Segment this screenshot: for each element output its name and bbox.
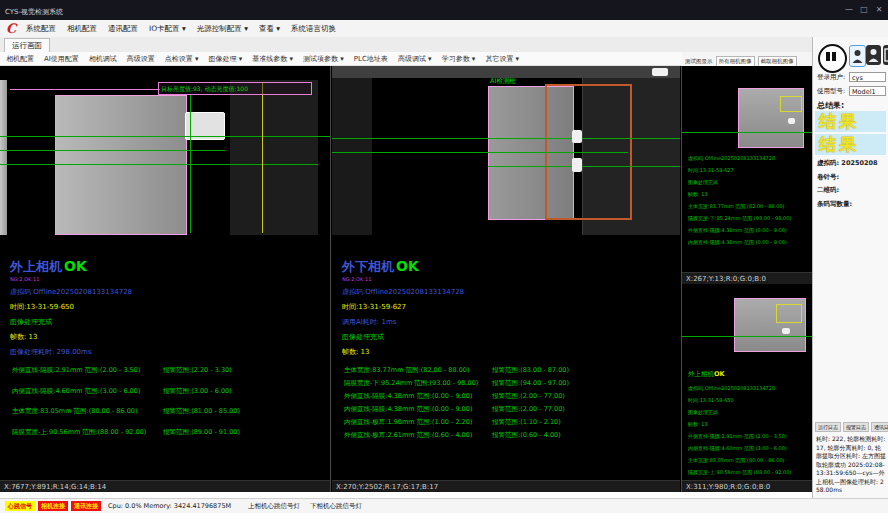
right-panel: 登录用户: cys 使用型号: Model1 总结果: 结果 结果 虚拟码: 2… bbox=[812, 37, 888, 498]
measure-line-green bbox=[332, 152, 628, 153]
close-button[interactable]: ✕ bbox=[872, 5, 886, 14]
alarm-range: 报警范围:(0.60 - 4.00) bbox=[492, 431, 561, 440]
minimize-button[interactable]: — bbox=[842, 5, 856, 14]
done-line: 图像处理完成 bbox=[342, 332, 676, 342]
frames-line: 帧数: 13 bbox=[10, 332, 327, 342]
mini-camera-title: 外上相机OK bbox=[688, 370, 725, 379]
bright-spot bbox=[572, 158, 582, 172]
frames-line: 帧数: 13 bbox=[342, 347, 676, 357]
camera-image-left[interactable]: 目标亮度值:93, 动态亮度值:100 bbox=[0, 80, 330, 235]
menu-item[interactable]: 系统配置 bbox=[26, 24, 56, 34]
tab-run-screen[interactable]: 运行画面 bbox=[4, 38, 50, 52]
mini-log-line: 外侧直线-隔膜:2.91mm 范围:(2.00 - 3.50) bbox=[688, 430, 791, 442]
toolbar-item[interactable]: 学习参数 ▾ bbox=[442, 54, 476, 64]
pixel-coords-middle: X:270;Y:2502;R:17;G:17;B:17 bbox=[332, 480, 680, 492]
toolbar-item[interactable]: 图像处理 ▾ bbox=[209, 54, 243, 64]
mini-log-line: 帧数: 13 bbox=[688, 188, 791, 200]
ai-roi-label: AI检测框 bbox=[490, 77, 516, 86]
alarm-range: 报警范围:(81.00 - 85.00) bbox=[163, 407, 240, 416]
camera-image-middle[interactable]: AI检测框 bbox=[332, 66, 680, 235]
maximize-button[interactable]: □ bbox=[857, 5, 871, 14]
mini-log-line: 内侧直线-隔膜:4.60mm 范围:(3.00 - 6.00) bbox=[688, 442, 791, 454]
lower-camera-heartbeat: 下相机心跳信号灯 bbox=[310, 502, 362, 511]
mini-log-line: 隔膜宽度-下:95.24mm 范围:(93.00 - 98.00) bbox=[688, 212, 791, 224]
pause-button[interactable] bbox=[818, 44, 847, 73]
total-result-label: 总结果: bbox=[817, 100, 844, 111]
measurement-row: 隔膜宽度-下:95.24mm 范围:(93.00 - 98.00) 报警范围:(… bbox=[342, 379, 676, 392]
mini-log-line: 主体宽度:83.77mm 范围:(82.00 - 88.00) bbox=[688, 200, 791, 212]
camera-name: 外上相机 bbox=[688, 370, 714, 378]
menu-item[interactable]: 通讯配置 bbox=[108, 24, 138, 34]
log-tab[interactable]: 通讯日志 bbox=[871, 422, 888, 432]
alarm-range: 报警范围:(3.00 - 6.00) bbox=[163, 387, 232, 396]
barcode-line: 虚拟码:Offline20250208133134728 bbox=[342, 287, 676, 297]
ng-ok-counter: NG:2,OK:11 bbox=[342, 276, 676, 282]
toolbar-item[interactable]: 相机调试 bbox=[89, 54, 117, 64]
camera-overlay-middle: 外下相机OK NG:2,OK:11 虚拟码:Offline20250208133… bbox=[342, 258, 676, 444]
machine-edge-strip bbox=[0, 80, 7, 235]
toolbar-item[interactable]: PLC地址表 bbox=[354, 54, 388, 64]
measurement-list: 主体宽度:83.77mm 范围:(82.00 - 88.00) 报警范围:(83… bbox=[342, 366, 676, 444]
menu-item[interactable]: 光源控制配置 ▾ bbox=[197, 24, 248, 34]
measure-vline-green bbox=[190, 95, 191, 233]
menu-item[interactable]: 系统语言切换 bbox=[291, 24, 336, 34]
toolbar-item[interactable]: AI使用配置 bbox=[44, 54, 79, 64]
measurement-row: 外侧直线-隔膜:2.91mm 范围:(2.00 - 3.50) 报警范围:(2.… bbox=[10, 366, 327, 387]
status-ok: OK bbox=[714, 370, 725, 378]
menu-bar: C 系统配置相机配置通讯配置IO卡配置 ▾光源控制配置 ▾查看 ▾系统语言切换 bbox=[0, 20, 888, 38]
status-ok: OK bbox=[396, 258, 419, 274]
log-tab[interactable]: 报警日志 bbox=[843, 422, 869, 432]
mini-log-line: 虚拟码:Offline20250208133134728 bbox=[688, 382, 791, 394]
cpu-memory-text: Cpu: 0.0% Memory: 3424.41796875M bbox=[108, 502, 231, 510]
mini-log-line: 图像处理完成 bbox=[688, 176, 791, 188]
brightness-label: 目标亮度值:93, 动态亮度值:100 bbox=[158, 82, 312, 95]
pixel-coords-left: X:7677;Y:891;R:14;G:14;B:14 bbox=[0, 480, 330, 492]
mini-log-line: 时间:13-31-59-650 bbox=[688, 394, 791, 406]
ai-time-line: 调用AI耗时: 1ms bbox=[342, 317, 676, 327]
panel-splitter[interactable] bbox=[330, 66, 331, 492]
camera-view-middle[interactable]: AI检测框 外下相机OK NG:2,OK:11 虚拟码:Offline20250… bbox=[332, 66, 680, 492]
login-user-value[interactable]: cys bbox=[849, 72, 886, 82]
toolbar-item[interactable]: 测试项参数 ▾ bbox=[303, 54, 344, 64]
exit-button[interactable] bbox=[883, 45, 888, 65]
toolbar-item[interactable]: 点检设置 ▾ bbox=[165, 54, 199, 64]
barcode-line: 虚拟码:Offline20250208133134728 bbox=[10, 287, 327, 297]
menu-item[interactable]: 相机配置 bbox=[67, 24, 97, 34]
app-window: CYS-视觉检测系统 — □ ✕ C 系统配置相机配置通讯配置IO卡配置 ▾光源… bbox=[0, 0, 888, 522]
mini-log-line: 主体宽度:83.05mm 范围:(80.00 - 86.00) bbox=[688, 454, 791, 466]
mini-log-line: 虚拟码:Offline20250208133134728 bbox=[688, 152, 791, 164]
alarm-range: 报警范围:(2.00 - 77.00) bbox=[492, 392, 565, 401]
toolbar-item[interactable]: 基准线参数 ▾ bbox=[252, 54, 293, 64]
main-area: 目标亮度值:93, 动态亮度值:100 外上相机OK NG:2,OK:11 虚拟… bbox=[0, 66, 812, 492]
toolbar-item[interactable]: 高级调试 ▾ bbox=[398, 54, 432, 64]
done-line: 图像处理完成 bbox=[10, 317, 327, 327]
model-value[interactable]: Model1 bbox=[849, 86, 886, 96]
alarm-range: 报警范围:(2.20 - 3.30) bbox=[163, 366, 232, 375]
mini-log-lines: 虚拟码:Offline20250208133134728时间:13-31-59-… bbox=[688, 382, 791, 478]
user-manage-button[interactable] bbox=[866, 45, 881, 65]
bright-spot bbox=[572, 130, 582, 143]
model-label: 使用型号: bbox=[817, 87, 845, 96]
mini-log-line: 帧数: 13 bbox=[688, 418, 791, 430]
toolbar-item[interactable]: 相机配置 bbox=[6, 54, 34, 64]
result-display-2: 结果 bbox=[815, 134, 886, 155]
measurement-list: 外侧直线-隔膜:2.91mm 范围:(2.00 - 3.50) 报警范围:(2.… bbox=[10, 366, 327, 448]
measurement-value: 外侧直线-极耳:2.61mm 范围:(0.60 - 4.00) bbox=[344, 431, 472, 440]
measurement-value: 隔膜宽度-下:95.24mm 范围:(93.00 - 98.00) bbox=[344, 379, 478, 388]
camera-title: 外下相机OK bbox=[342, 258, 676, 276]
login-user-button[interactable] bbox=[849, 45, 866, 67]
spindle-label: 卷针号: bbox=[817, 173, 839, 182]
small-view-top[interactable]: 虚拟码:Offline20250208133134728时间:13-31-59-… bbox=[682, 72, 812, 284]
log-tab[interactable]: 运行日志 bbox=[815, 422, 841, 432]
measurement-value: 主体宽度:83.77mm 范围:(82.00 - 88.00) bbox=[344, 366, 469, 375]
bright-spot bbox=[782, 328, 790, 334]
small-view-bottom[interactable]: 外上相机OK 虚拟码:Offline20250208133134728时间:13… bbox=[682, 278, 812, 492]
toolbar-item[interactable]: 其它设置 ▾ bbox=[485, 54, 519, 64]
menu-item[interactable]: IO卡配置 ▾ bbox=[149, 24, 186, 34]
toolbar-item[interactable]: 高级设置 bbox=[127, 54, 155, 64]
heartbeat-badge: 心跳信号 bbox=[5, 501, 35, 511]
measurement-value: 隔膜宽度-上:90.56mm 范围:(88.00 - 92.00) bbox=[12, 428, 146, 437]
menu-item[interactable]: 查看 ▾ bbox=[259, 24, 280, 34]
user-icon bbox=[866, 45, 881, 65]
camera-view-left[interactable]: 目标亮度值:93, 动态亮度值:100 外上相机OK NG:2,OK:11 虚拟… bbox=[0, 66, 330, 492]
